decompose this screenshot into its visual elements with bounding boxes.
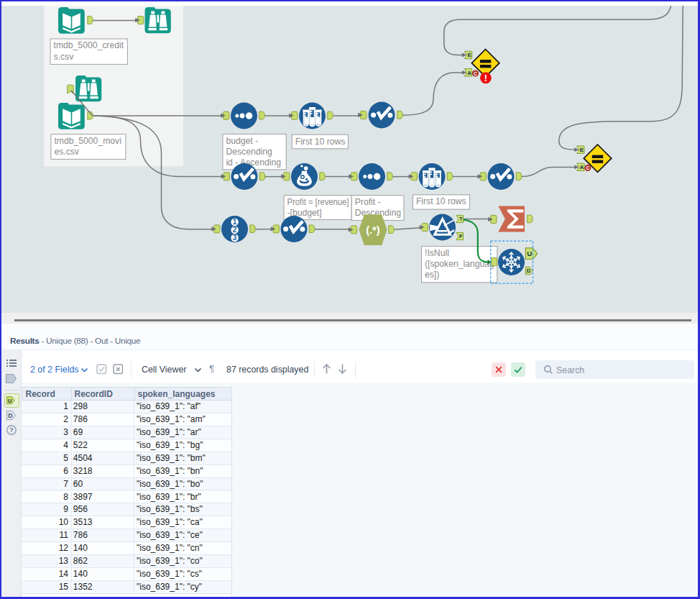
svg-text:Profit -: Profit - xyxy=(355,197,381,207)
svg-text:U: U xyxy=(8,397,12,403)
svg-text:?: ? xyxy=(9,426,14,434)
svg-text:D: D xyxy=(527,268,531,274)
svg-text:([spoken_languag: ([spoken_languag xyxy=(425,259,494,269)
svg-text:id - Ascending: id - Ascending xyxy=(226,157,281,168)
svg-text:1: 1 xyxy=(233,218,237,226)
svg-text:!IsNull: !IsNull xyxy=(425,248,449,258)
svg-text:Profit = [revenue]: Profit = [revenue] xyxy=(287,197,349,207)
svg-text:First 10 rows: First 10 rows xyxy=(416,196,466,206)
svg-text:T: T xyxy=(459,216,463,222)
svg-text:E: E xyxy=(580,147,584,153)
svg-text:F: F xyxy=(459,233,463,239)
svg-text:tmdb_5000_movi: tmdb_5000_movi xyxy=(54,136,121,146)
svg-text:es]): es]) xyxy=(425,270,439,280)
svg-text:Descending: Descending xyxy=(226,147,272,157)
svg-text:budget -: budget - xyxy=(226,136,258,146)
svg-text:U: U xyxy=(527,250,532,257)
svg-text:2: 2 xyxy=(233,226,237,234)
svg-text:C: C xyxy=(474,71,477,76)
svg-text:First 10 rows: First 10 rows xyxy=(295,137,346,147)
svg-text:(.*): (.*) xyxy=(366,224,380,236)
svg-text:es.csv: es.csv xyxy=(54,147,79,157)
svg-text:D: D xyxy=(8,411,12,419)
svg-text:E: E xyxy=(467,52,471,58)
svg-text:3: 3 xyxy=(233,234,237,242)
svg-text:A: A xyxy=(580,164,584,170)
svg-text:tmdb_5000_credit: tmdb_5000_credit xyxy=(54,40,124,50)
svg-text:s.csv: s.csv xyxy=(54,52,75,62)
svg-text:!: ! xyxy=(484,73,487,83)
svg-text:C: C xyxy=(586,165,589,170)
svg-text:A: A xyxy=(467,70,471,76)
